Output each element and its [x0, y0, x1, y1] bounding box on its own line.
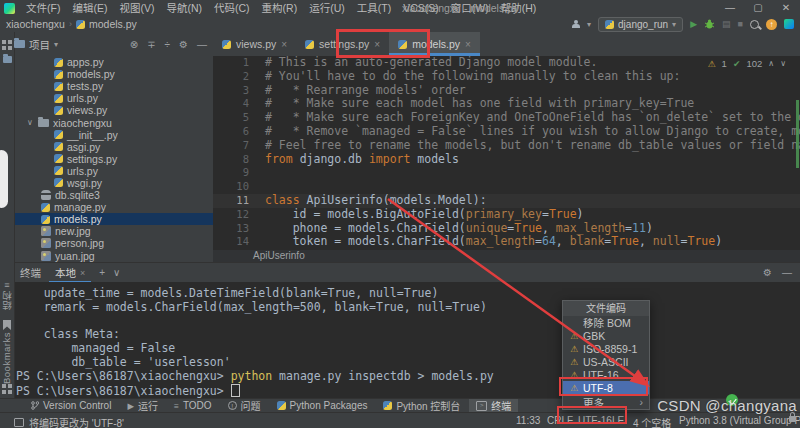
tree-item-new.jpg[interactable]: new.jpg	[14, 225, 213, 237]
prev-problem-icon[interactable]: ∧	[768, 59, 774, 68]
status-indent[interactable]: 4 个空格	[633, 415, 671, 428]
gear-icon[interactable]: ⚙	[179, 39, 188, 50]
tree-item-db.sqlite3[interactable]: db.sqlite3	[14, 189, 213, 201]
tree-item-xiaochengxu[interactable]: ∨xiaochengxu	[14, 116, 213, 128]
close-icon[interactable]: ×	[281, 39, 287, 50]
minimize-panel-icon[interactable]: —	[782, 267, 792, 278]
encoding-option-GBK[interactable]: ⚠GBK	[563, 329, 649, 342]
menu-item[interactable]: 代码(C)	[208, 0, 256, 16]
editor-breadcrumb[interactable]: ApiUserinfo	[213, 250, 800, 262]
close-icon[interactable]: ×	[80, 268, 85, 278]
editor-tab-settings.py[interactable]: settings.py×	[296, 32, 389, 56]
chevron-down-icon[interactable]: ▾	[54, 40, 58, 49]
tree-item-apps.py[interactable]: apps.py	[14, 56, 213, 68]
menu-item[interactable]: 编辑(E)	[66, 0, 113, 16]
close-window-button[interactable]: ✕	[772, 0, 800, 16]
commit-tool-icon[interactable]	[2, 40, 12, 50]
toolwindow-button-Python 控制台[interactable]: Python 控制台	[376, 399, 467, 413]
breadcrumb-separator-icon: ›	[69, 19, 72, 29]
encoding-option-UTF-16[interactable]: ⚠UTF-16	[563, 368, 649, 381]
tree-item-yuan.jpg[interactable]: yuan.jpg	[14, 250, 213, 262]
toolwindow-button-运行[interactable]: ▶运行	[120, 399, 165, 413]
lock-icon[interactable]	[789, 416, 796, 422]
breadcrumb-item[interactable]: models.py	[89, 18, 137, 30]
tree-item-urls.py[interactable]: urls.py	[14, 165, 213, 177]
menu-item[interactable]: 文件(F)	[20, 0, 66, 16]
toolwindow-button-label: Python 控制台	[396, 398, 460, 413]
editor-tab-models.py[interactable]: models.py×	[389, 32, 480, 56]
update-notification-icon[interactable]: ↑	[766, 19, 777, 30]
collapse-all-icon[interactable]: ∓	[147, 39, 155, 50]
debug-button[interactable]	[704, 18, 715, 31]
tree-item-settings.py[interactable]: settings.py	[14, 153, 213, 165]
status-time: 11:33	[516, 415, 540, 426]
locate-file-icon[interactable]: ⊗	[130, 39, 138, 50]
inspection-widget[interactable]: ⚠1 ✔102 ∧ ∨	[708, 58, 787, 69]
hide-panel-icon[interactable]: —	[197, 39, 207, 50]
next-problem-icon[interactable]: ∨	[780, 59, 786, 68]
code-token: token = models.CharField(	[265, 234, 466, 248]
encoding-option-移除 BOM[interactable]: 移除 BOM	[563, 316, 649, 329]
tree-item-models.py[interactable]: models.py	[14, 213, 213, 225]
run-configuration-select[interactable]: django_run ▾	[598, 17, 683, 32]
tree-item-__init__.py[interactable]: __init__.py	[14, 129, 213, 141]
search-everywhere-icon[interactable]	[750, 20, 759, 29]
tree-item-manage.py[interactable]: manage.py	[14, 201, 213, 213]
structure-icon[interactable]: ≡	[2, 280, 12, 290]
menu-item[interactable]: 运行(U)	[303, 0, 351, 16]
toolwindow-button-Python Packages[interactable]: Python Packages	[270, 399, 375, 413]
tree-item-models.py[interactable]: models.py	[14, 68, 213, 80]
bookmark-icon[interactable]	[2, 320, 12, 330]
python-icon	[305, 40, 314, 49]
popup-more-item[interactable]: 更多 ›	[563, 394, 649, 409]
terminal-options-icon[interactable]: ∨	[113, 267, 120, 278]
close-icon[interactable]: ×	[465, 39, 471, 50]
chevron-expanded-icon[interactable]: ∨	[26, 118, 34, 127]
menu-item[interactable]: 导航(N)	[160, 0, 208, 16]
new-terminal-button[interactable]: +	[99, 267, 105, 278]
event-log-icon[interactable]	[14, 418, 24, 427]
expand-icon[interactable]: ÷	[165, 39, 171, 50]
breadcrumb-item[interactable]: xiaochengxu	[6, 18, 65, 30]
terminal-tab-local[interactable]: 本地 ×	[49, 263, 91, 283]
toolwindow-button-问题[interactable]: !问题	[221, 399, 268, 413]
code-text: class ApiUserinfo(models.Model):	[255, 194, 487, 208]
project-tool-icon[interactable]	[2, 56, 12, 66]
tree-item-tests.py[interactable]: tests.py	[14, 80, 213, 92]
stop-button[interactable]: ■	[738, 18, 743, 31]
coverage-button[interactable]: ▤	[722, 18, 731, 31]
minimize-window-button[interactable]: —	[716, 0, 744, 16]
user-dropdown-arrow-icon[interactable]: ▾	[587, 20, 591, 29]
gear-icon[interactable]: ⚙	[763, 267, 772, 278]
user-profile-icon[interactable]	[571, 20, 580, 29]
tree-item-views.py[interactable]: views.py	[14, 104, 213, 116]
tree-item-urls.py[interactable]: urls.py	[14, 92, 213, 104]
encoding-option-UTF-8[interactable]: ⚠UTF-8	[563, 381, 649, 394]
code-token: blank	[570, 234, 605, 248]
encoding-option-US-ASCII[interactable]: ⚠US-ASCII	[563, 355, 649, 368]
project-panel-title[interactable]: 项目	[29, 37, 50, 52]
toolwindow-button-TODO[interactable]: ≡TODO	[167, 399, 219, 413]
menu-item[interactable]: 重构(R)	[256, 0, 304, 16]
menu-item[interactable]: 视图(V)	[113, 0, 160, 16]
terminal-output[interactable]: update_time = models.DateTimeField(blank…	[14, 282, 800, 398]
status-encoding[interactable]: UTF-16LE	[578, 415, 624, 426]
close-icon[interactable]: ×	[374, 39, 380, 50]
tree-item-wsgi.py[interactable]: wsgi.py	[14, 177, 213, 189]
structure-tool-label[interactable]: 结构	[1, 290, 15, 310]
status-interpreter[interactable]: Python 3.8 (Virtual Group Photo) (2)	[679, 415, 800, 426]
maximize-window-button[interactable]: ▢	[744, 0, 772, 16]
tree-item-person.jpg[interactable]: person.jpg	[14, 237, 213, 249]
code-editor[interactable]: 1# This is an auto-generated Django mode…	[213, 56, 800, 250]
menu-item[interactable]: 工具(T)	[351, 0, 397, 16]
status-line-ending[interactable]: CRLF	[547, 415, 573, 426]
encoding-option-ISO-8859-1[interactable]: ⚠ISO-8859-1	[563, 342, 649, 355]
toolwindow-button-Version Control[interactable]: Version Control	[24, 399, 118, 413]
editor-tab-views.py[interactable]: views.py×	[213, 32, 296, 56]
meet-tool-icon[interactable]	[2, 384, 12, 394]
tree-item-asgi.py[interactable]: asgi.py	[14, 141, 213, 153]
bookmarks-tool-label[interactable]: Bookmarks	[1, 332, 12, 384]
toolwindow-button-终端[interactable]: >终端	[469, 399, 518, 413]
run-button[interactable]: ▶	[690, 18, 697, 31]
events-icon[interactable]	[784, 19, 794, 29]
